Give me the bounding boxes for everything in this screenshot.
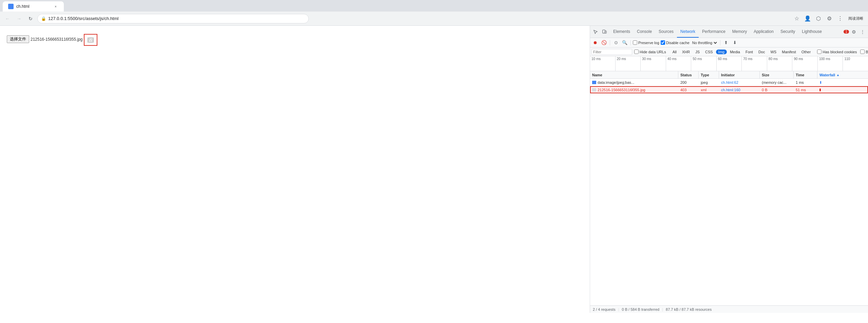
search-button[interactable]: 🔍 [621, 39, 628, 46]
tick-20ms: 20 ms [615, 56, 641, 71]
device-icon [602, 30, 607, 34]
disable-cache-label[interactable]: Disable cache [661, 40, 690, 45]
hide-data-urls-checkbox[interactable] [634, 50, 639, 54]
svg-point-1 [89, 38, 90, 39]
filter-manifest[interactable]: Manifest [779, 50, 798, 54]
filter-xhr[interactable]: XHR [680, 50, 692, 54]
hide-data-urls-label[interactable]: Hide data URLs [633, 50, 667, 54]
disable-cache-checkbox[interactable] [661, 40, 665, 45]
blocked-requests-checkbox[interactable] [860, 50, 865, 54]
tab-security[interactable]: Security [777, 26, 798, 38]
toolbar-separator-3 [720, 40, 720, 45]
throttle-select[interactable]: No throttling [691, 40, 718, 45]
filter-js[interactable]: JS [693, 50, 702, 54]
filter-other[interactable]: Other [799, 50, 813, 54]
menu-button[interactable]: ⋮ [835, 14, 845, 23]
bookmark-button[interactable]: ☆ [792, 14, 801, 23]
table-row[interactable]: data:image/jpeg;bas... 200 jpeg ch.html:… [590, 79, 868, 86]
table-row-error[interactable]: 212516-1566653116f355.jpg 403 xml ch.htm… [590, 86, 868, 94]
network-table: Name Status Type Initiator Size Time [590, 71, 868, 305]
devtools-select-element-button[interactable] [591, 28, 600, 36]
tick-80ms: 80 ms [767, 56, 792, 71]
row1-waterfall [817, 79, 868, 86]
tab-application[interactable]: Application [750, 26, 777, 38]
profile-button[interactable]: 👤 [803, 14, 812, 23]
tab-performance[interactable]: Performance [699, 26, 729, 38]
browser-tab-active[interactable]: ch.html × [3, 1, 64, 12]
preserve-log-label[interactable]: Preserve log [633, 40, 659, 45]
devtools-device-toggle-button[interactable] [600, 28, 608, 36]
reload-button[interactable]: ↻ [26, 14, 35, 23]
preview-thumbnail [87, 37, 94, 43]
filter-doc[interactable]: Doc [756, 50, 768, 54]
sort-arrow-icon: ▲ [836, 73, 839, 77]
row2-waterfall [817, 86, 868, 93]
extensions-button[interactable]: ⬡ [814, 14, 823, 23]
devtools-more-button[interactable]: ⋮ [858, 28, 867, 36]
th-name[interactable]: Name [590, 71, 678, 78]
th-waterfall[interactable]: Waterfall ▲ [817, 71, 868, 78]
table-header: Name Status Type Initiator Size Time [590, 71, 868, 79]
blocked-cookies-checkbox[interactable] [817, 50, 822, 54]
network-toolbar: ⏺ 🚫 ⊙ 🔍 Preserve log Disable cache No th… [590, 38, 868, 48]
tick-40ms: 40 ms [666, 56, 691, 71]
th-status[interactable]: Status [678, 71, 699, 78]
tick-70ms: 70 ms [741, 56, 767, 71]
tab-sources[interactable]: Sources [655, 26, 677, 38]
preserve-log-checkbox[interactable] [633, 40, 637, 45]
settings-button[interactable]: ⚙ [825, 14, 834, 23]
tick-110: 110 [843, 56, 868, 71]
timeline-area: 10 ms 20 ms 30 ms 40 ms 50 ms 60 ms 70 m… [590, 56, 868, 71]
blocked-cookies-label[interactable]: Has blocked cookies [816, 50, 858, 54]
filter-input[interactable] [591, 49, 632, 55]
forward-button[interactable]: → [14, 14, 24, 23]
th-type[interactable]: Type [699, 71, 719, 78]
record-button[interactable]: ⏺ [591, 39, 599, 46]
page-content: 选择文件 212516-1566653116f355.jpg [0, 26, 590, 313]
filter-all[interactable]: All [670, 50, 679, 54]
filter-button[interactable]: ⊙ [612, 39, 620, 46]
address-bar[interactable]: 🔒 127.0.0.1:5500/src/assets/js/ch.html [37, 14, 309, 23]
reader-mode-label: 阅读清晰 [846, 16, 865, 21]
status-requests: 2 / 4 requests [593, 307, 616, 311]
row2-initiator[interactable]: ch.html:160 [719, 86, 760, 93]
devtools-panel: Elements Console Sources Network Perform… [590, 26, 868, 313]
file-input-area: 选择文件 212516-1566653116f355.jpg [7, 33, 583, 46]
status-sep-1: | [618, 307, 619, 311]
tab-elements[interactable]: Elements [610, 26, 634, 38]
tab-console[interactable]: Console [634, 26, 655, 38]
row2-icon [592, 88, 596, 92]
export-button[interactable]: ⬇ [731, 39, 739, 46]
timeline-ruler: 10 ms 20 ms 30 ms 40 ms 50 ms 60 ms 70 m… [590, 56, 868, 71]
devtools-header: Elements Console Sources Network Perform… [590, 26, 868, 38]
toolbar-separator-2 [630, 40, 631, 45]
back-button[interactable]: ← [3, 14, 12, 23]
tab-lighthouse[interactable]: Lighthouse [798, 26, 825, 38]
row2-size: 0 B [760, 86, 794, 93]
blocked-requests-label[interactable]: Blocked Requests [859, 50, 868, 54]
tab-title: ch.html [16, 4, 50, 9]
cursor-icon [593, 30, 598, 34]
file-choose-button[interactable]: 选择文件 [7, 35, 29, 43]
status-resources: 87.7 kB / 87.7 kB resources [666, 307, 712, 311]
row1-initiator[interactable]: ch.html:62 [719, 79, 760, 86]
filter-font[interactable]: Font [743, 50, 755, 54]
filter-img[interactable]: Img [716, 50, 727, 54]
filter-ws[interactable]: WS [768, 50, 779, 54]
import-button[interactable]: ⬆ [722, 39, 730, 46]
tab-favicon [8, 4, 14, 9]
th-size[interactable]: Size [760, 71, 794, 78]
tick-90ms: 90 ms [792, 56, 817, 71]
th-initiator[interactable]: Initiator [719, 71, 760, 78]
lock-icon: 🔒 [41, 16, 46, 21]
browser-toolbar: ← → ↻ 🔒 127.0.0.1:5500/src/assets/js/ch.… [0, 12, 868, 26]
tab-close-button[interactable]: × [53, 4, 58, 9]
tab-network[interactable]: Network [677, 26, 699, 38]
th-time[interactable]: Time [794, 71, 817, 78]
tab-memory[interactable]: Memory [729, 26, 750, 38]
clear-button[interactable]: 🚫 [600, 39, 608, 46]
filter-css[interactable]: CSS [703, 50, 715, 54]
filter-media[interactable]: Media [728, 50, 742, 54]
filter-bar: Hide data URLs All XHR JS CSS Img Media … [590, 48, 868, 56]
devtools-settings-button[interactable]: ⚙ [850, 28, 858, 36]
